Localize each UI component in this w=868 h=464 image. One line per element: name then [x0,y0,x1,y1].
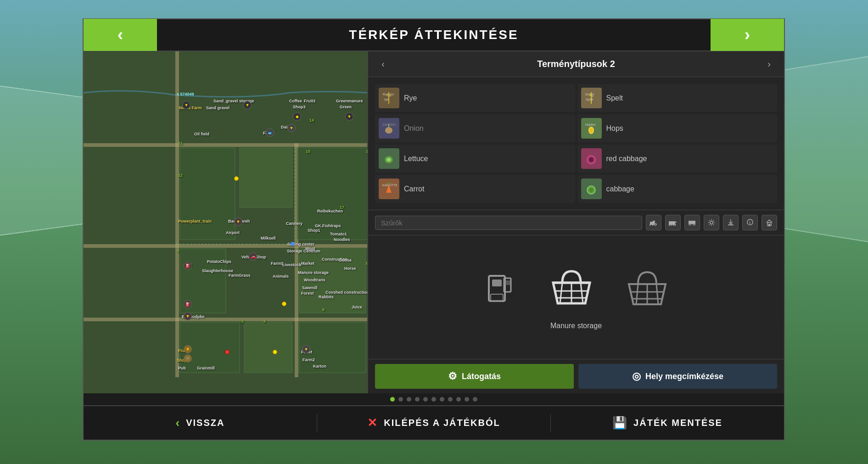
dot-9[interactable] [456,397,461,402]
dot-10[interactable] [465,397,469,402]
page-title: TÉRKÉP ÁTTEKINTÉSE [157,28,711,42]
svg-point-41 [387,158,390,161]
chevron-left-icon: ‹ [118,25,123,45]
map-label-livestock: Livestock [282,263,302,267]
map-label-reibekuchen: Reibekuchen [317,209,343,213]
crop-name-lettuce: Lettuce [404,155,428,163]
map-dot-yellow-2 [282,302,286,306]
basket-inactive-container [624,267,670,313]
crop-icon-cabbage [581,179,602,199]
svg-point-37 [589,128,593,133]
map-icon-4: ▼ [345,112,353,121]
exit-button[interactable]: ✕ KILÉPÉS A JÁTÉKBÓL [317,406,550,440]
map-labels-container: Sand_gravel storage Sand gravel Coffee F… [84,51,367,393]
dot-11[interactable] [473,397,477,402]
dot-3[interactable] [407,397,411,402]
svg-point-32 [385,127,392,134]
dot-6[interactable] [431,397,436,402]
save-button[interactable]: 💾 JÁTÉK MENTÉSE [551,406,784,440]
action-buttons-row: ⚙ Látogatás ◎ Hely megcímkézése [368,359,784,393]
dot-1[interactable] [390,397,395,402]
next-page-button[interactable]: › [711,19,784,51]
map-label-coffee: Coffee [289,99,302,103]
crops-prev-button[interactable]: ‹ [375,56,391,72]
crop-name-onion: Onion [404,124,424,133]
back-button[interactable]: ‹ VISSZA [84,406,317,440]
map-label-4: 4 [263,319,266,324]
dot-4[interactable] [415,397,420,402]
crop-name-redcabbage: red cabbage [606,155,647,163]
crops-next-button[interactable]: › [761,56,777,72]
map-label-grainmill: Grainmill [197,366,215,370]
basket-active-icon [546,264,597,315]
crop-item-redcabbage[interactable]: red cabbage [577,145,778,173]
crop-item-hops[interactable]: Hopfen Hops [577,114,778,142]
filter-tractor-btn[interactable] [646,215,661,230]
filter-home-btn[interactable] [762,215,777,230]
filter-combine-btn[interactable] [665,215,681,230]
crop-item-cabbage[interactable]: cabbage [577,175,778,203]
dot-8[interactable] [448,397,453,402]
map-label-11: 11 [178,141,183,145]
filter-download-btn[interactable] [723,215,739,230]
map-label-cannery: Cannery [286,221,302,226]
bottom-bar: ‹ VISSZA ✕ KILÉPÉS A JÁTÉKBÓL 💾 JÁTÉK ME… [84,405,784,440]
svg-point-55 [589,188,593,192]
fuel-pump-icon [482,267,519,313]
map-icon-11: ▼ [234,218,242,226]
chevron-left-small-icon: ‹ [381,59,385,69]
map-label-9: 9 [322,307,325,312]
crop-item-spelt[interactable]: Dinkel Spelt Spelt [577,84,778,112]
crop-icon-hops: Hopfen [581,118,602,139]
map-label-noodles: Noodles [334,237,350,242]
svg-rect-74 [492,280,502,286]
bg-greenhouse-left [0,85,86,236]
map-label-shop3: Shop3 [293,105,306,109]
filter-info-btn[interactable]: i [742,215,758,230]
filter-gear-btn[interactable] [704,215,719,230]
map-label-farm2: Farm2 [302,358,315,362]
map-label-rabbits: Rabbits [319,295,334,299]
map-icon-7: ▼ [287,124,296,132]
filter-input[interactable] [375,216,642,230]
map-icon-14: ⛽ [184,300,192,308]
map-icon-3: ◆ [293,112,301,121]
crop-name-spelt: Spelt [606,94,623,102]
map-label-airport: Airport [226,230,240,235]
chevron-right-small-icon: › [767,59,771,69]
map-label-horse: Horse [344,266,356,271]
map-label-potatochips: PotatoChips [207,259,231,264]
map-label-fruit3: Fruit3 [304,99,315,103]
crop-icon-redcabbage [581,148,602,169]
svg-text:KAROTTE: KAROTTE [382,184,397,187]
map-label-pub: Pub [178,366,186,370]
visit-button[interactable]: ⚙ Látogatás [375,364,574,389]
save-label: JÁTÉK MENTÉSE [633,418,722,428]
map-label-forest: Forest [301,291,314,296]
map-label-market: Market [301,261,314,266]
dot-5[interactable] [423,397,428,402]
crop-item-carrot[interactable]: KAROTTE Carrot [375,175,575,203]
top-header: ‹ TÉRKÉP ÁTTEKINTÉSE › [84,19,784,51]
prev-page-button[interactable]: ‹ [84,19,157,51]
map-dot-yellow-3 [273,350,277,354]
map-label-green: Green [340,105,352,109]
map-label-tomato1: Tomato1 [330,232,347,236]
dot-2[interactable] [398,397,403,402]
map-dot-yellow-1 [234,176,239,181]
svg-rect-76 [504,280,511,285]
crop-item-onion[interactable]: ZWIEBEL Onion [375,114,575,142]
dot-7[interactable] [440,397,444,402]
visit-label: Látogatás [462,372,501,381]
map-section: Sand_gravel storage Sand gravel Coffee F… [84,51,368,393]
label-place-button[interactable]: ◎ Hely megcímkézése [578,364,777,389]
crop-item-lettuce[interactable]: Lettuce [375,145,575,173]
map-label-17: 17 [340,205,344,210]
map-label-sawmill: Sawmill [302,285,318,290]
fuel-icon-container [482,267,519,313]
svg-line-81 [581,283,583,303]
crop-item-rye[interactable]: Roggen rye Rye [375,84,575,112]
basket-inactive-icon [624,267,670,313]
filter-trailer-btn[interactable] [684,215,700,230]
crop-icon-spelt: Dinkel Spelt [581,88,602,108]
